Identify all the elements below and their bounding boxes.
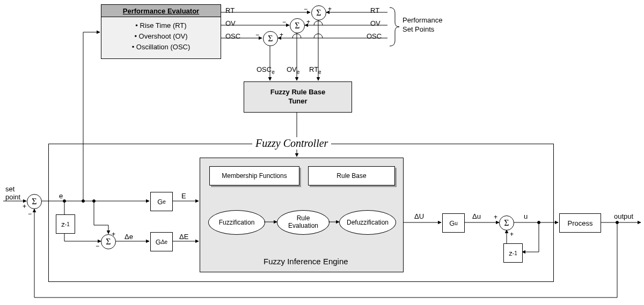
- fuzzification: Fuzzification: [208, 210, 265, 235]
- signal-rt-e: RTe: [309, 65, 321, 75]
- z-delay-e: z-1: [56, 214, 75, 234]
- plus-sign: +: [328, 5, 332, 13]
- sum-error: Σ: [27, 194, 42, 209]
- minus-sign: −: [28, 210, 32, 218]
- membership-functions: Membership Functions: [209, 166, 299, 185]
- fuzzy-controller-title: Fuzzy Controller: [252, 137, 331, 150]
- diagram-canvas: Performance Evaluator • Rise Time (RT) •…: [0, 0, 644, 305]
- gain-gu: Gu: [442, 213, 465, 233]
- gain-gde: GΔe: [150, 232, 173, 251]
- sum-ov: Σ: [290, 18, 305, 33]
- minus-sign: −: [96, 242, 99, 250]
- signal-du: Δu: [472, 212, 481, 220]
- rule-evaluation: Rule Evaluation: [277, 210, 330, 235]
- signal-osc-e: OSCe: [257, 65, 275, 75]
- defuzzification: Defuzzification: [339, 210, 396, 235]
- gain-ge: Ge: [150, 192, 173, 211]
- signal-de-small: Δe: [125, 233, 133, 241]
- plus-sign: +: [280, 31, 283, 39]
- z-delay-u: z-1: [503, 243, 523, 263]
- performance-evaluator-title: Performance Evaluator: [101, 5, 221, 17]
- sum-osc: Σ: [263, 31, 278, 46]
- signal-osc-sp: OSC: [367, 32, 382, 40]
- performance-evaluator-items: • Rise Time (RT) • Overshoot (OV) • Osci…: [101, 17, 221, 56]
- svg-point-21: [616, 221, 619, 224]
- rule-base: Rule Base: [308, 166, 395, 185]
- output-label: output: [614, 212, 633, 220]
- minus-sign: −: [282, 18, 286, 26]
- perf-set-points-label: Performance Set Points: [402, 16, 442, 34]
- signal-rt: RT: [225, 6, 235, 14]
- signal-ov-e: OVe: [287, 65, 299, 75]
- plus-sign: +: [306, 18, 310, 26]
- perf-item: • Overshoot (OV): [108, 31, 214, 42]
- plus-sign: +: [494, 213, 497, 221]
- sum-rt: Σ: [311, 5, 326, 20]
- signal-e: e: [59, 192, 63, 200]
- plus-sign: +: [112, 230, 115, 238]
- plus-sign: +: [510, 230, 514, 238]
- signal-dU: ΔU: [414, 212, 424, 220]
- minus-sign: −: [255, 31, 259, 39]
- signal-E: E: [181, 192, 186, 200]
- perf-item: • Rise Time (RT): [108, 20, 214, 31]
- process-block: Process: [559, 213, 601, 233]
- minus-sign: −: [304, 5, 308, 13]
- signal-dE: ΔE: [179, 233, 188, 241]
- sum-u: Σ: [499, 215, 514, 230]
- signal-u: u: [524, 212, 528, 220]
- performance-evaluator: Performance Evaluator • Rise Time (RT) •…: [101, 4, 221, 59]
- signal-rt-sp: RT: [370, 6, 379, 14]
- signal-ov-sp: OV: [370, 19, 380, 27]
- plus-sign: +: [23, 203, 26, 210]
- signal-ov: OV: [225, 19, 236, 27]
- fuzzy-rule-base-tuner: Fuzzy Rule Base Tuner: [244, 81, 352, 113]
- signal-osc: OSC: [225, 32, 240, 40]
- perf-item: • Oscillation (OSC): [108, 42, 214, 53]
- setpoint-label: set point: [5, 185, 20, 202]
- engine-title: Fuzzy Inference Engine: [264, 257, 348, 266]
